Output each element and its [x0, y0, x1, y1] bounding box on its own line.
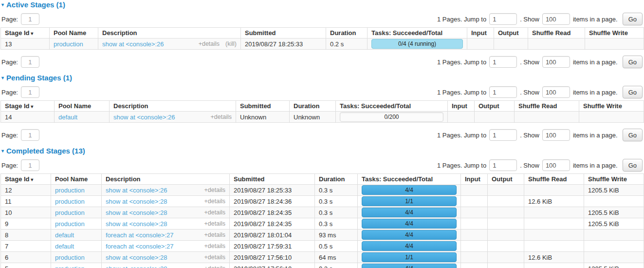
go-button[interactable]: Go	[623, 86, 643, 98]
col-header-pool-name[interactable]: Pool Name	[50, 28, 98, 38]
col-header-stage-id[interactable]: Stage Id ▾	[1, 28, 50, 38]
show-count-input[interactable]	[542, 129, 570, 141]
col-header-tasks-succeeded-total[interactable]: Tasks: Succeeded/Total	[336, 101, 448, 112]
details-toggle[interactable]: +details	[199, 40, 220, 47]
page-label: Page:	[1, 16, 18, 23]
go-button[interactable]: Go	[623, 159, 643, 172]
jump-to-input[interactable]	[489, 13, 517, 25]
details-toggle[interactable]: +details	[204, 243, 225, 249]
col-header-output[interactable]: Output	[488, 174, 524, 185]
pagination-page-group: Page:	[1, 159, 39, 171]
pool-link[interactable]: production	[55, 254, 85, 261]
page-number-input[interactable]	[21, 129, 39, 141]
page-number-input[interactable]	[21, 159, 39, 171]
active-stages-title[interactable]: ▾Active Stages (1)	[1, 1, 644, 9]
pool-link[interactable]: default	[58, 114, 77, 121]
description-cell: show at <console>:28+details	[102, 196, 230, 207]
description-link[interactable]: foreach at <console>:27	[106, 231, 174, 239]
stage-id-cell: 5	[1, 263, 51, 268]
col-header-stage-id[interactable]: Stage Id ▾	[1, 174, 51, 185]
section-title-text: Active Stages (1)	[6, 1, 65, 9]
header-row: Stage Id ▾Pool NameDescriptionSubmittedD…	[1, 174, 644, 185]
description-link[interactable]: show at <console>:28	[106, 220, 167, 228]
pool-link[interactable]: default	[55, 231, 74, 239]
col-header-submitted[interactable]: Submitted	[236, 101, 290, 112]
pool-link[interactable]: production	[54, 40, 83, 48]
pool-link[interactable]: production	[55, 187, 85, 194]
page-number-input[interactable]	[21, 56, 39, 68]
shuffle-write-cell	[584, 252, 644, 263]
col-header-description[interactable]: Description	[110, 101, 236, 112]
go-button[interactable]: Go	[623, 13, 643, 25]
details-toggle[interactable]: +details	[204, 265, 225, 268]
stage-row: 5productionshow at <console>:28+details2…	[1, 263, 644, 268]
description-link[interactable]: show at <console>:26	[106, 187, 167, 194]
col-header-duration[interactable]: Duration	[326, 28, 368, 38]
col-header-shuffle-write[interactable]: Shuffle Write	[579, 101, 644, 112]
pagination-page-group: Page:	[1, 129, 39, 141]
col-header-submitted[interactable]: Submitted	[230, 174, 315, 185]
col-header-shuffle-write[interactable]: Shuffle Write	[584, 174, 644, 185]
description-wrap: foreach at <console>:27+details	[106, 231, 225, 239]
col-header-tasks-succeeded-total[interactable]: Tasks: Succeeded/Total	[368, 28, 467, 38]
page-number-input[interactable]	[21, 86, 39, 98]
col-header-input[interactable]: Input	[448, 101, 475, 112]
description-link[interactable]: show at <console>:26	[113, 114, 175, 121]
jump-to-input[interactable]	[489, 159, 517, 171]
description-link[interactable]: foreach at <console>:27	[106, 243, 174, 250]
details-toggle[interactable]: +details	[204, 254, 225, 261]
show-count-input[interactable]	[542, 13, 570, 25]
col-header-input[interactable]: Input	[461, 174, 488, 185]
col-header-input[interactable]: Input	[467, 28, 494, 38]
details-toggle[interactable]: +details	[204, 220, 225, 227]
description-link[interactable]: show at <console>:28	[106, 198, 167, 205]
go-button[interactable]: Go	[623, 56, 643, 68]
go-button[interactable]: Go	[623, 129, 643, 141]
col-header-description[interactable]: Description	[98, 28, 241, 38]
col-header-shuffle-read[interactable]: Shuffle Read	[524, 174, 584, 185]
completed-stages-title[interactable]: ▾Completed Stages (13)	[1, 147, 644, 155]
details-toggle[interactable]: +details	[204, 187, 225, 193]
shuffle-read-cell: 12.6 KiB	[524, 196, 584, 207]
pending-stages-title[interactable]: ▾Pending Stages (1)	[1, 74, 644, 82]
details-toggle[interactable]: +details	[204, 231, 225, 238]
pool-link[interactable]: production	[55, 198, 85, 205]
jump-to-input[interactable]	[489, 129, 517, 141]
pool-link[interactable]: production	[55, 220, 85, 228]
pool-link[interactable]: production	[55, 265, 85, 268]
show-count-input[interactable]	[542, 159, 570, 171]
pool-link[interactable]: production	[55, 209, 85, 216]
col-header-shuffle-read[interactable]: Shuffle Read	[515, 101, 579, 112]
col-header-tasks-succeeded-total[interactable]: Tasks: Succeeded/Total	[358, 174, 461, 185]
col-header-duration[interactable]: Duration	[315, 174, 358, 185]
show-count-input[interactable]	[542, 86, 570, 98]
details-toggle[interactable]: +details	[204, 198, 225, 205]
page-number-input[interactable]	[21, 13, 39, 25]
stage-id-cell: 8	[1, 230, 51, 241]
details-toggle[interactable]: +details	[211, 114, 232, 120]
jump-to-input[interactable]	[489, 56, 517, 68]
col-header-pool-name[interactable]: Pool Name	[51, 174, 102, 185]
col-header-duration[interactable]: Duration	[290, 101, 336, 112]
col-header-submitted[interactable]: Submitted	[241, 28, 326, 38]
description-extras: +details(kill)	[199, 40, 237, 47]
details-toggle[interactable]: +details	[204, 209, 225, 216]
show-count-input[interactable]	[542, 56, 570, 68]
col-header-shuffle-read[interactable]: Shuffle Read	[528, 28, 585, 38]
col-header-output[interactable]: Output	[494, 28, 528, 38]
description-link[interactable]: show at <console>:28	[106, 254, 167, 261]
description-link[interactable]: show at <console>:28	[106, 209, 167, 216]
col-header-shuffle-write[interactable]: Shuffle Write	[585, 28, 644, 38]
col-header-stage-id[interactable]: Stage Id ▾	[1, 101, 55, 112]
col-header-output[interactable]: Output	[475, 101, 515, 112]
col-header-description[interactable]: Description	[102, 174, 230, 185]
output-cell	[488, 241, 524, 252]
jump-to-input[interactable]	[489, 86, 517, 98]
col-header-pool-name[interactable]: Pool Name	[55, 101, 110, 112]
kill-link[interactable]: (kill)	[225, 40, 237, 47]
description-link[interactable]: show at <console>:28	[106, 265, 167, 268]
output-cell	[488, 185, 524, 196]
pool-link[interactable]: default	[55, 243, 74, 250]
description-link[interactable]: show at <console>:26	[102, 40, 164, 48]
input-cell	[461, 218, 488, 230]
